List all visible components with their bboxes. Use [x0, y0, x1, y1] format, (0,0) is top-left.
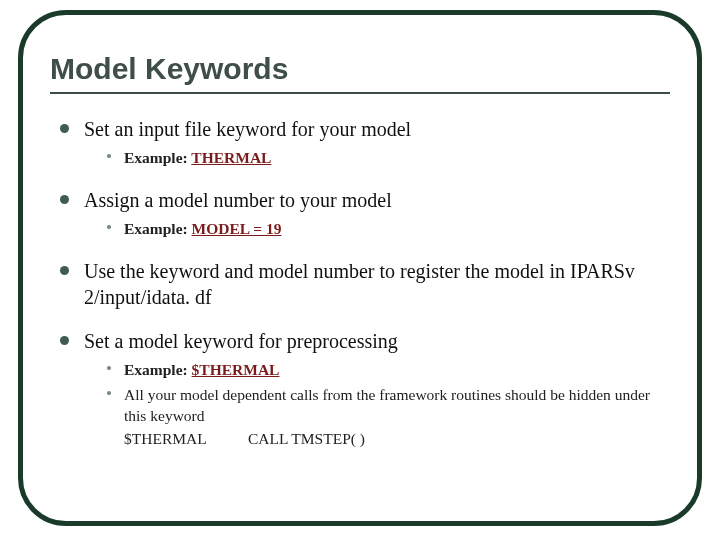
sub-list: Example: $THERMAL All your model depende… — [84, 360, 670, 450]
list-item: Use the keyword and model number to regi… — [56, 258, 670, 310]
example-keyword: MODEL = 19 — [192, 220, 282, 237]
slide-content: Model Keywords Set an input file keyword… — [50, 52, 670, 468]
item-text: Set a model keyword for preprocessing — [84, 330, 398, 352]
list-item: Assign a model number to your model Exam… — [56, 187, 670, 240]
item-text: Set an input file keyword for your model — [84, 118, 411, 140]
example-keyword: $THERMAL — [192, 361, 280, 378]
item-text: Assign a model number to your model — [84, 189, 392, 211]
sub-note: All your model dependent calls from the … — [124, 386, 650, 424]
sub-item: All your model dependent calls from the … — [104, 385, 670, 450]
sub-item: Example: THERMAL — [104, 148, 670, 169]
example-keyword: THERMAL — [191, 149, 271, 166]
slide-title: Model Keywords — [50, 52, 670, 94]
example-label: Example: — [124, 361, 192, 378]
code-token: CALL TMSTEP( ) — [248, 430, 365, 447]
sub-list: Example: THERMAL — [84, 148, 670, 169]
example-label: Example: — [124, 149, 191, 166]
example-label: Example: — [124, 220, 192, 237]
sub-list: Example: MODEL = 19 — [84, 219, 670, 240]
bullet-list: Set an input file keyword for your model… — [50, 116, 670, 450]
code-line: $THERMAL CALL TMSTEP( ) — [124, 429, 670, 450]
sub-item: Example: MODEL = 19 — [104, 219, 670, 240]
list-item: Set an input file keyword for your model… — [56, 116, 670, 169]
item-text: Use the keyword and model number to regi… — [84, 260, 635, 308]
sub-item: Example: $THERMAL — [104, 360, 670, 381]
code-token: $THERMAL — [124, 429, 244, 450]
list-item: Set a model keyword for preprocessing Ex… — [56, 328, 670, 450]
